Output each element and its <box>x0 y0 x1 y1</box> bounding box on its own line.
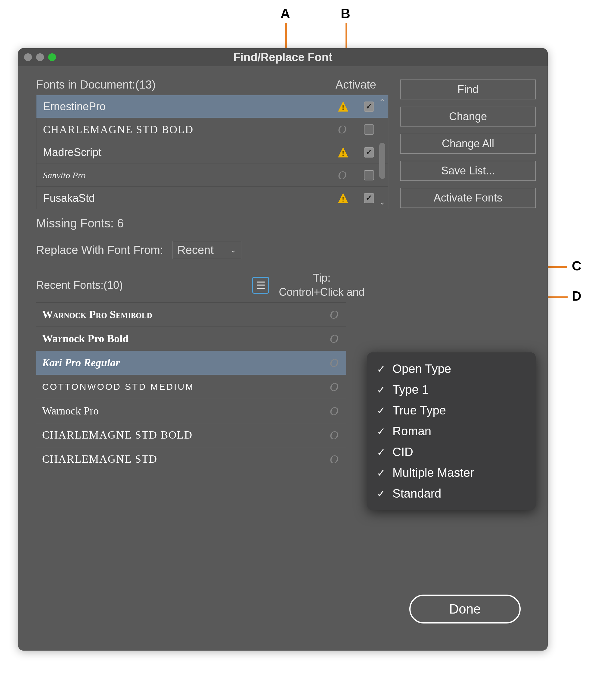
filter-menu-item[interactable]: ✓Type 1 <box>367 379 536 400</box>
change-all-button[interactable]: Change All <box>400 134 536 154</box>
callout-b: B <box>341 6 350 21</box>
scroll-thumb[interactable] <box>379 143 385 179</box>
replace-source-value: Recent <box>177 244 214 257</box>
filter-menu-item[interactable]: ✓Roman <box>367 421 536 441</box>
missing-fonts-label: Missing Fonts: 6 <box>36 217 388 230</box>
tip-area: ☰ Tip: Control+Click and <box>232 271 388 299</box>
filter-menu-label: Roman <box>393 424 431 438</box>
filter-menu-item[interactable]: ✓Standard <box>367 483 536 504</box>
fonts-count-label: Fonts in Document:(13) <box>36 78 155 91</box>
window-title: Find/Replace Font <box>18 51 548 64</box>
filter-menu-label: Open Type <box>393 362 451 376</box>
fonts-in-document-label: Fonts in Document:(13) Activate <box>36 78 388 91</box>
font-name: Sanvito Pro <box>43 170 333 181</box>
recent-font-row[interactable]: Warnock Pro SemiboldO <box>36 302 346 326</box>
opentype-icon: O <box>328 356 340 370</box>
done-button[interactable]: Done <box>409 595 521 623</box>
callout-c: C <box>572 259 582 273</box>
filter-menu-item[interactable]: ✓True Type <box>367 400 536 421</box>
recent-fonts-label: Recent Fonts:(10) <box>36 279 123 292</box>
scroll-down-icon[interactable]: ⌄ <box>379 197 386 207</box>
recent-font-row[interactable]: Warnock Pro BoldO <box>36 326 346 351</box>
opentype-icon: O <box>328 380 340 394</box>
font-name: Warnock Pro <box>42 405 328 417</box>
font-name: MadreScript <box>43 146 334 159</box>
recent-font-row[interactable]: COTTONWOOD STD MEDIUMO <box>36 375 346 399</box>
font-name: Warnock Pro Bold <box>42 332 328 345</box>
missing-font-warning-icon <box>338 193 348 203</box>
check-icon: ✓ <box>377 488 387 500</box>
opentype-icon: O <box>328 307 340 322</box>
opentype-icon: O <box>336 122 348 136</box>
replace-source-dropdown[interactable]: Recent ⌄ <box>172 241 242 259</box>
missing-font-warning-icon <box>338 102 348 112</box>
activate-font-checkbox[interactable] <box>364 102 374 112</box>
recent-font-row[interactable]: Kari Pro RegularO <box>36 351 346 375</box>
callout-a: A <box>281 6 290 21</box>
font-name: FusakaStd <box>43 192 334 205</box>
find-button[interactable]: Find <box>400 80 536 100</box>
font-name: COTTONWOOD STD MEDIUM <box>42 382 328 392</box>
font-name: CHARLEMAGNE STD BOLD <box>42 429 328 441</box>
replace-with-label: Replace With Font From: <box>36 244 163 257</box>
tip-text: Control+Click and <box>279 285 365 299</box>
filter-menu-label: Multiple Master <box>393 466 474 480</box>
titlebar: Find/Replace Font <box>18 48 548 66</box>
recent-font-row[interactable]: CHARLEMAGNE STDO <box>36 447 346 471</box>
check-icon: ✓ <box>377 363 387 375</box>
opentype-icon: O <box>328 332 340 346</box>
change-button[interactable]: Change <box>400 107 536 127</box>
font-name: Warnock Pro Semibold <box>42 308 328 321</box>
font-list-scrollbar[interactable]: ⌃ ⌄ <box>378 98 387 207</box>
filter-menu-item[interactable]: ✓CID <box>367 441 536 462</box>
filter-menu-label: Type 1 <box>393 383 429 396</box>
close-window-button[interactable] <box>24 53 32 61</box>
window-controls <box>24 53 56 61</box>
callout-d: D <box>572 289 582 304</box>
scroll-up-icon[interactable]: ⌃ <box>379 98 386 107</box>
activate-column-label: Activate <box>336 78 388 91</box>
dialog-window: Find/Replace Font Fonts in Document:(13)… <box>18 48 548 651</box>
document-font-row[interactable]: ErnestinePro <box>36 95 388 118</box>
filter-list-button[interactable]: ☰ <box>252 277 269 294</box>
font-name: CHARLEMAGNE STD <box>42 453 328 465</box>
minimize-window-button[interactable] <box>36 53 44 61</box>
check-icon: ✓ <box>377 425 387 437</box>
document-font-row[interactable]: Sanvito ProO <box>36 164 388 187</box>
font-name: CHARLEMAGNE STD BOLD <box>43 123 333 136</box>
missing-font-warning-icon <box>338 147 348 158</box>
recent-font-row[interactable]: Warnock ProO <box>36 399 346 423</box>
activate-font-checkbox[interactable] <box>364 170 374 181</box>
recent-font-row[interactable]: CHARLEMAGNE STD BOLDO <box>36 423 346 447</box>
opentype-icon: O <box>328 428 340 442</box>
activate-fonts-button[interactable]: Activate Fonts <box>400 188 536 208</box>
list-icon: ☰ <box>256 278 265 292</box>
filter-menu-label: True Type <box>393 404 446 417</box>
tip-title: Tip: <box>279 271 365 285</box>
filter-menu-label: Standard <box>393 487 441 500</box>
filter-menu-item[interactable]: ✓Multiple Master <box>367 462 536 483</box>
check-icon: ✓ <box>377 467 387 479</box>
check-icon: ✓ <box>377 384 387 396</box>
font-name: ErnestinePro <box>43 100 334 113</box>
opentype-icon: O <box>328 404 340 418</box>
document-font-row[interactable]: MadreScript <box>36 141 388 164</box>
check-icon: ✓ <box>377 446 387 458</box>
opentype-icon: O <box>328 452 340 466</box>
filter-menu-label: CID <box>393 445 413 459</box>
filter-menu-item[interactable]: ✓Open Type <box>367 358 536 379</box>
font-type-filter-menu[interactable]: ✓Open Type✓Type 1✓True Type✓Roman✓CID✓Mu… <box>367 352 536 510</box>
recent-fonts-list[interactable]: Warnock Pro SemiboldOWarnock Pro BoldOKa… <box>36 302 346 471</box>
document-fonts-list[interactable]: ⌃ ⌄ ErnestineProCHARLEMAGNE STD BOLDOMad… <box>36 95 388 209</box>
activate-font-checkbox[interactable] <box>364 147 374 158</box>
chevron-down-icon: ⌄ <box>230 246 236 254</box>
font-name: Kari Pro Regular <box>42 356 328 369</box>
activate-font-checkbox[interactable] <box>364 193 374 203</box>
activate-font-checkbox[interactable] <box>364 125 374 135</box>
zoom-window-button[interactable] <box>48 53 56 61</box>
document-font-row[interactable]: CHARLEMAGNE STD BOLDO <box>36 118 388 141</box>
save-list-button[interactable]: Save List... <box>400 161 536 181</box>
check-icon: ✓ <box>377 405 387 416</box>
opentype-icon: O <box>336 168 348 182</box>
document-font-row[interactable]: FusakaStd <box>36 187 388 209</box>
